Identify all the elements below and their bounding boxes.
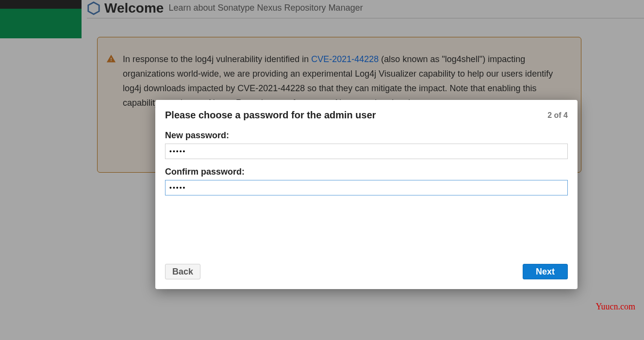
next-button[interactable]: Next [523, 264, 568, 279]
modal-title: Please choose a password for the admin u… [165, 110, 376, 121]
confirm-password-input[interactable] [165, 180, 568, 195]
new-password-input[interactable] [165, 144, 568, 159]
setup-wizard-modal: Please choose a password for the admin u… [155, 100, 578, 289]
modal-footer: Back Next [165, 264, 568, 279]
confirm-password-label: Confirm password: [165, 167, 568, 177]
modal-header: Please choose a password for the admin u… [165, 110, 568, 121]
new-password-label: New password: [165, 130, 568, 141]
back-button[interactable]: Back [165, 264, 200, 279]
step-indicator: 2 of 4 [547, 111, 568, 120]
watermark: Yuucn.com [596, 302, 635, 312]
